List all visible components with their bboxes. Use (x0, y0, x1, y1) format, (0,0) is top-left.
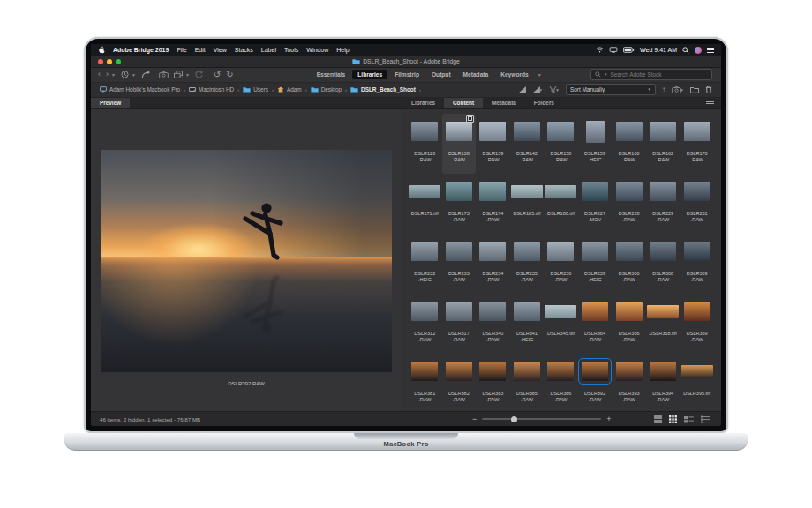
grid-item-dslr383raw[interactable]: DSLR383.RAW (476, 354, 510, 412)
workspace-tab-essentials[interactable]: Essentials (312, 70, 351, 79)
panel-tab-folders[interactable]: Folders (525, 97, 563, 108)
grid-item-dslr174raw[interactable]: DSLR174.RAW (476, 174, 510, 234)
tab-preview[interactable]: Preview (91, 97, 130, 108)
menu-item-stacks[interactable]: Stacks (235, 47, 253, 53)
menu-app-name[interactable]: Adobe Bridge 2019 (113, 47, 169, 53)
menu-bar-clock[interactable]: Wed 9:41 AM (640, 47, 677, 53)
grid-item-dslr228raw[interactable]: DSLR228.RAW (612, 174, 646, 234)
grid-item-dslr158raw[interactable]: DSLR158.RAW (544, 114, 578, 174)
panel-tab-metadata[interactable]: Metadata (483, 97, 525, 108)
grid-item-dslr312raw[interactable]: DSLR312.RAW (408, 294, 442, 354)
grid-item-dslr160raw[interactable]: DSLR160.RAW (612, 114, 646, 174)
grid-item-dslr393raw[interactable]: DSLR393.RAW (612, 354, 646, 412)
grid-item-dslr341heic[interactable]: DSLR341.HEIC (510, 294, 545, 354)
grid-item-dslr392raw[interactable]: DSLR392.RAW (578, 354, 613, 412)
breadcrumb-desktop[interactable]: Desktop (311, 86, 342, 93)
grid-item-dslr159heic[interactable]: DSLR159.HEIC (578, 114, 613, 174)
grid-item-dslr386raw[interactable]: DSLR386.RAW (544, 354, 578, 412)
notification-center-icon[interactable] (707, 46, 714, 54)
zoom-in-icon[interactable]: + (606, 415, 611, 423)
grid-item-dslr317raw[interactable]: DSLR317.RAW (442, 294, 477, 354)
boomerang-icon[interactable] (141, 71, 150, 78)
sort-dropdown[interactable]: Sort Manually ▼ (566, 84, 656, 95)
rotate-left-icon[interactable]: ↺ (214, 71, 221, 79)
grid-item-dslr345tiff[interactable]: DSLR345.tiff (544, 294, 578, 354)
workspace-tab-libraries[interactable]: Libraries (352, 70, 387, 79)
grid-item-dslr366raw[interactable]: DSLR366.RAW (612, 294, 646, 354)
grid-item-dslr340raw[interactable]: DSLR340.RAW (476, 294, 510, 354)
menu-item-help[interactable]: Help (336, 47, 349, 53)
move-files-icon[interactable] (174, 71, 183, 78)
grid-item-dslr185tiff[interactable]: DSLR185.tiff (510, 174, 545, 234)
grid-item-dslr235raw[interactable]: DSLR235.RAW (510, 234, 545, 294)
sync-icon[interactable] (195, 71, 203, 78)
panel-tab-libraries[interactable]: Libraries (402, 97, 444, 108)
slider-knob[interactable] (511, 416, 517, 422)
display-mirroring-icon[interactable] (609, 47, 618, 53)
thumbnail-size-slider[interactable] (482, 418, 601, 420)
panel-tab-content[interactable]: Content (444, 97, 483, 108)
workspace-tab-filmstrip[interactable]: Filmstrip (389, 70, 425, 79)
grid-item-dslr120raw[interactable]: DSLR120.RAW (408, 114, 442, 174)
breadcrumb-dslr-beach-shoot[interactable]: DSLR_Beach_Shoot (350, 86, 416, 93)
sort-ascending-icon[interactable]: ↑ (662, 86, 665, 93)
new-folder-icon[interactable] (690, 86, 699, 93)
grid-item-dslr173raw[interactable]: DSLR173.RAW (442, 174, 477, 234)
menu-item-window[interactable]: Window (306, 47, 328, 53)
grid-item-dslr231raw[interactable]: DSLR231.RAW (680, 174, 714, 234)
menu-item-edit[interactable]: Edit (195, 47, 206, 53)
grid-item-dslr232heic[interactable]: DSLR232.HEIC (408, 234, 442, 294)
breadcrumb-adam-hoblik-s-macbook-pro[interactable]: Adam Hoblik's Macbook Pro (100, 86, 180, 93)
grid-item-dslr381raw[interactable]: DSLR381.RAW (408, 354, 442, 412)
panel-menu-icon[interactable] (706, 100, 714, 106)
grid-item-dslr394raw[interactable]: DSLR394.RAW (646, 354, 680, 412)
wifi-icon[interactable] (596, 47, 604, 53)
grid-item-dslr142raw[interactable]: DSLR142.RAW (510, 114, 545, 174)
rotate-right-icon[interactable]: ↻ (226, 71, 233, 79)
zoom-out-icon[interactable]: − (472, 415, 477, 423)
delete-trash-icon[interactable] (705, 86, 712, 93)
grid-item-dslr368tiff[interactable]: DSLR368.tiff (646, 294, 680, 354)
battery-icon[interactable] (623, 47, 635, 53)
grid-item-dslr233raw[interactable]: DSLR233.RAW (442, 234, 477, 294)
details-view-icon[interactable] (684, 415, 694, 423)
import-camera-icon[interactable]: ▼ (672, 86, 684, 93)
grid-lock-view-icon[interactable] (654, 415, 662, 423)
forward-icon[interactable]: › (106, 71, 109, 78)
filter-funnel-icon[interactable]: ▼ (549, 86, 560, 93)
filter-rating-icon[interactable] (518, 86, 526, 93)
grid-item-dslr171tiff[interactable]: DSLR171.tiff (408, 174, 442, 234)
spotlight-search-icon[interactable] (682, 47, 689, 54)
menu-item-view[interactable]: View (214, 47, 227, 53)
workspace-tab-output[interactable]: Output (426, 70, 456, 79)
menu-item-label[interactable]: Label (261, 47, 276, 53)
apple-menu-icon[interactable] (98, 46, 105, 54)
breadcrumb-users[interactable]: Users (243, 86, 268, 93)
grid-item-dslr229raw[interactable]: DSLR229.RAW (646, 174, 680, 234)
menu-item-tools[interactable]: Tools (284, 47, 298, 53)
list-view-icon[interactable] (701, 415, 710, 423)
breadcrumb-adam[interactable]: Adam (277, 86, 302, 93)
move-dropdown-icon[interactable]: ▼ (185, 72, 190, 78)
breadcrumb-macintosh-hd[interactable]: Macintosh HD (189, 86, 234, 93)
filter-label-icon[interactable]: ▼ (532, 86, 543, 93)
grid-item-dslr234raw[interactable]: DSLR234.RAW (476, 234, 510, 294)
grid-item-dslr306raw[interactable]: DSLR306.RAW (612, 234, 646, 294)
grid-item-dslr162raw[interactable]: DSLR162.RAW (646, 114, 680, 174)
grid-item-dslr139raw[interactable]: DSLR139.RAW (476, 114, 510, 174)
grid-item-dslr395tiff[interactable]: DSLR395.tiff (680, 354, 714, 412)
grid-item-dslr236raw[interactable]: DSLR236.RAW (544, 234, 578, 294)
grid-item-dslr308raw[interactable]: DSLR308.RAW (646, 234, 680, 294)
siri-icon[interactable] (695, 47, 702, 54)
grid-item-dslr227mov[interactable]: DSLR227.MOV (578, 174, 613, 234)
back-icon[interactable]: ‹ (98, 71, 101, 78)
menu-item-file[interactable]: File (177, 47, 186, 53)
workspace-tab-metadata[interactable]: Metadata (458, 70, 494, 79)
grid-item-dslr385raw[interactable]: DSLR385.RAW (510, 354, 545, 412)
recent-dropdown-icon[interactable]: ▼ (132, 72, 136, 78)
grid-item-dslr239heic[interactable]: DSLR239.HEIC (578, 234, 613, 294)
grid-item-dslr369raw[interactable]: DSLR369.RAW (680, 294, 714, 354)
nav-dropdown-icon[interactable]: ▼ (111, 72, 116, 78)
recent-files-icon[interactable] (121, 71, 129, 78)
grid-item-dslr382raw[interactable]: DSLR382.RAW (442, 354, 477, 412)
